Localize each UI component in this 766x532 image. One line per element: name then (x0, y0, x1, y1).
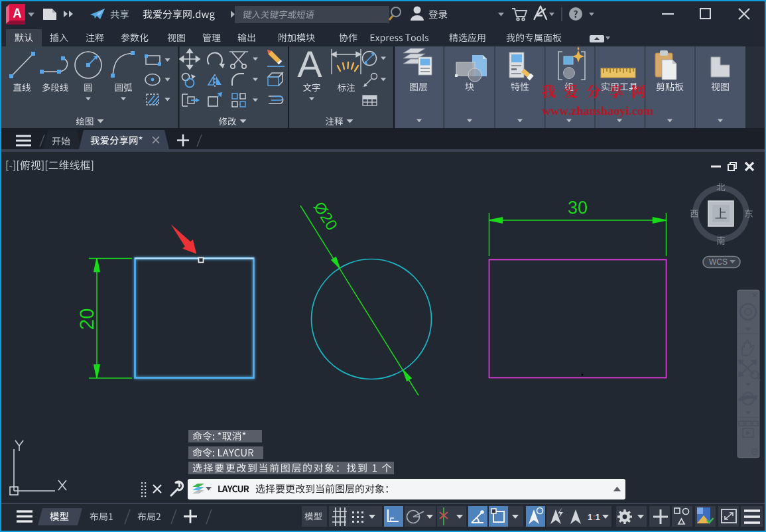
svg-text:WCS: WCS (709, 257, 728, 267)
svg-text:1:1: 1:1 (588, 512, 600, 522)
